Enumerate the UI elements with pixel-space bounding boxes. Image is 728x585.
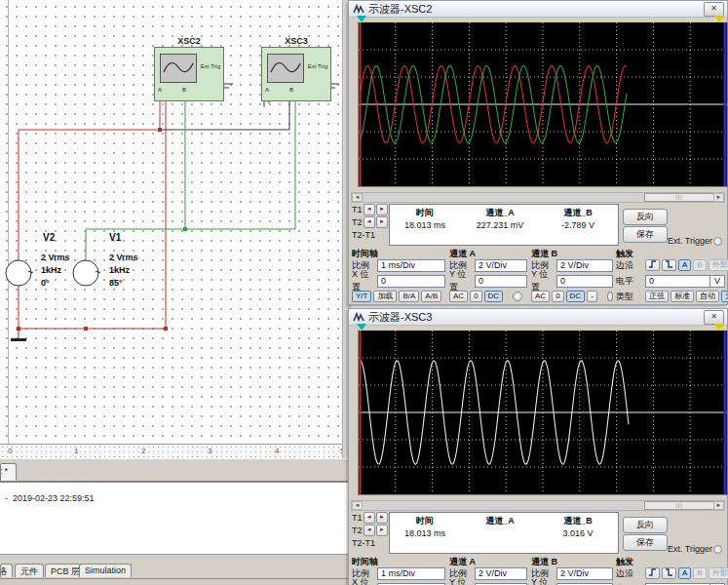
edge-rising-icon[interactable]: [645, 567, 660, 579]
close-button[interactable]: ✕: [704, 2, 724, 17]
edge-rising-icon[interactable]: [645, 259, 660, 271]
time-value: 18.013 ms: [390, 220, 460, 230]
xsc2-titlebar[interactable]: 示波器-XSC2 ✕: [349, 1, 727, 18]
trigger-source-ext-button[interactable]: 外部: [709, 259, 728, 271]
mode-add-button[interactable]: 加载: [373, 291, 397, 302]
channel-a-indicator[interactable]: [513, 292, 522, 301]
t2-right-button[interactable]: ►: [376, 525, 388, 536]
coupling-dc-button[interactable]: DC: [566, 291, 586, 302]
channel-a-header: 通道_A: [460, 515, 540, 527]
v1-params[interactable]: 2 Vrms 1kHz 85°: [109, 252, 138, 290]
junction-dots-green: [183, 227, 187, 231]
mode-ab-button[interactable]: A/B: [421, 291, 441, 302]
v1-refdes[interactable]: V1: [109, 232, 121, 243]
xsc2-mini-screen: [160, 54, 197, 83]
channel-b-header: 通道_B: [540, 515, 616, 527]
v2-refdes[interactable]: V2: [43, 232, 55, 243]
scroll-right-icon[interactable]: ►: [713, 501, 724, 510]
channel-b-scale-input[interactable]: 2 V/Div: [556, 567, 613, 580]
mode-yt-button[interactable]: Y/T: [352, 291, 371, 302]
ext-trigger-radio[interactable]: [713, 237, 722, 246]
save-button[interactable]: 保存: [623, 534, 668, 551]
x-position-label: X 位置: [352, 576, 377, 585]
coupling-ac-button[interactable]: AC: [531, 291, 550, 302]
mode-ba-button[interactable]: B/A: [399, 291, 419, 302]
xsc2-display[interactable]: [358, 21, 728, 187]
wire-net-dark[interactable]: [19, 84, 339, 338]
channel-b-indicator[interactable]: [607, 292, 613, 301]
channel-a-position-input[interactable]: 0: [475, 275, 527, 288]
terminal-a-label: A: [158, 87, 162, 93]
reverse-button[interactable]: 反向: [623, 209, 668, 225]
trigger-source-ext-button[interactable]: 外部: [709, 567, 728, 579]
coupling-0-button[interactable]: 0: [552, 291, 563, 302]
timebase-title: 时间轴: [352, 248, 445, 256]
x-position-input[interactable]: 0: [377, 275, 445, 288]
component-xsc3[interactable]: XSC3 Ext Trig A B: [261, 47, 331, 101]
channel-a-header: 通道_A: [460, 207, 540, 219]
trigger-type-none-button[interactable]: 无: [721, 291, 728, 302]
xsc2-display-scrollbar[interactable]: ◄ ||| ►: [351, 192, 725, 203]
t2-right-button[interactable]: ►: [376, 216, 388, 228]
component-xsc2[interactable]: XSC2 Ext Trig A B: [154, 47, 224, 101]
channel-b-position-input[interactable]: 0: [556, 275, 613, 288]
scroll-right-icon[interactable]: ►: [713, 193, 724, 202]
tab-components[interactable]: 元件: [15, 564, 44, 577]
reverse-button[interactable]: 反向: [623, 517, 668, 533]
timebase-scale-input[interactable]: 1 ms/Div: [377, 567, 445, 580]
coupling-neg-button[interactable]: -: [587, 291, 597, 302]
t1-right-button[interactable]: ►: [376, 512, 388, 524]
v2-phase: 0°: [41, 277, 70, 290]
wire-net-red[interactable]: [19, 98, 166, 329]
channel-b-scale-input[interactable]: 2 V/Div: [556, 259, 613, 272]
v2-params[interactable]: 2 Vrms 1kHz 0°: [41, 252, 70, 290]
t1-left-button[interactable]: ◄: [364, 204, 375, 215]
trigger-level-input[interactable]: 0: [645, 275, 710, 288]
trigger-type-single-button[interactable]: 正弦: [645, 291, 669, 302]
tab-network[interactable]: 络: [0, 564, 13, 577]
edge-falling-icon[interactable]: [662, 259, 676, 271]
simulation-log-entry[interactable]: - 2019-02-23 22:59:51: [5, 493, 95, 503]
t1-right-button[interactable]: ►: [376, 204, 388, 215]
trigger-source-b-button[interactable]: B: [693, 259, 706, 271]
scroll-left-icon[interactable]: ◄: [352, 501, 363, 510]
xsc3-display-scrollbar[interactable]: ◄ ||| ►: [351, 500, 725, 511]
timebase-scale-input[interactable]: 1 ms/Div: [377, 259, 445, 272]
scrollbar-thumb[interactable]: |||: [644, 193, 714, 202]
save-button[interactable]: 保存: [623, 226, 668, 243]
coupling-ac-button[interactable]: AC: [449, 291, 468, 302]
timebase-title: 时间轴: [352, 556, 445, 565]
t1-left-button[interactable]: ◄: [364, 512, 375, 524]
window-title: 示波器-XSC2: [368, 2, 432, 17]
time-header: 时间: [390, 207, 460, 219]
log-timestamp: 2019-02-23 22:59:51: [13, 493, 95, 503]
t2-left-button[interactable]: ◄: [364, 216, 375, 228]
ext-trigger-radio[interactable]: [713, 545, 722, 554]
tree-expander[interactable]: -: [5, 493, 8, 503]
channel-a-scale-input[interactable]: 2 V/Div: [475, 567, 527, 580]
coupling-0-button[interactable]: 0: [470, 291, 481, 302]
channel-a-scale-input[interactable]: 2 V/Div: [475, 259, 527, 272]
coupling-dc-button[interactable]: DC: [484, 291, 504, 302]
trigger-type-auto-button[interactable]: 自动: [696, 291, 719, 302]
scrollbar-thumb[interactable]: |||: [644, 501, 714, 510]
trigger-type-normal-button[interactable]: 标准: [671, 291, 694, 302]
trigger-source-a-button[interactable]: A: [678, 259, 691, 271]
t2-left-button[interactable]: ◄: [364, 525, 375, 536]
channel-b-header: 通道_B: [540, 207, 616, 219]
terminal-b-label: B: [289, 87, 293, 93]
trigger-source-a-button[interactable]: A: [678, 567, 691, 579]
edge-falling-icon[interactable]: [662, 567, 676, 579]
xsc3-display[interactable]: [358, 330, 728, 495]
tab-simulation-label: Simulation: [85, 566, 126, 575]
sheet-tab[interactable]: 2 *: [0, 463, 17, 481]
tab-pcb-layers-label: PCB 层: [51, 566, 80, 576]
xsc3-titlebar[interactable]: 示波器-XSC3 ✕: [349, 309, 727, 326]
close-button[interactable]: ✕: [704, 310, 724, 325]
trigger-source-b-button[interactable]: B: [693, 567, 706, 579]
spreadsheet-view[interactable]: - 2019-02-23 22:59:51: [0, 482, 351, 555]
ground-symbol[interactable]: [11, 338, 26, 341]
multisim-app: ~ ~ XSC2 Ext Trig A B XSC3 Ext Trig A B …: [0, 0, 728, 585]
scroll-left-icon[interactable]: ◄: [352, 193, 363, 202]
tab-simulation[interactable]: Simulation: [79, 564, 132, 577]
